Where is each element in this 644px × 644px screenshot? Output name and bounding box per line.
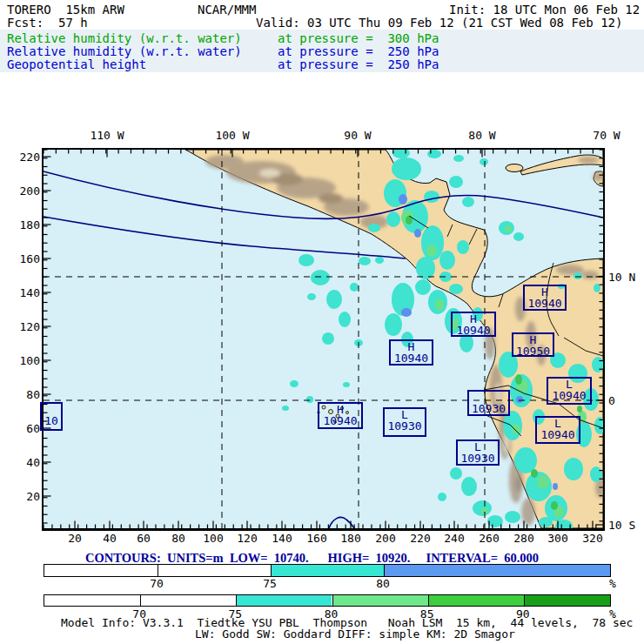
top-axis-label: 90 W <box>344 130 371 141</box>
percent-sign-rh250: % <box>609 578 616 589</box>
pressure-center-box: 10 <box>40 402 63 431</box>
pressure-center-value: 10940 <box>548 390 590 401</box>
pressure-center-box: H10940 <box>523 285 567 311</box>
pressure-center-value: 10940 <box>319 415 361 426</box>
right-axis-label: 10 N <box>608 272 635 283</box>
weather-chart-page: TORERO 15km ARW NCAR/MMM Init: 18 UTC Mo… <box>0 0 644 644</box>
colorbar-segment <box>384 565 610 576</box>
right-axis-label: 10 S <box>608 520 635 531</box>
field-level: at pressure = 250 hPa <box>278 45 439 57</box>
bottom-axis-label: 220 <box>410 533 430 544</box>
field-level: at pressure = 250 hPa <box>278 58 439 70</box>
colorbar-divider <box>271 565 272 576</box>
colorbar-divider <box>524 595 525 606</box>
bottom-axis-label: 60 <box>137 533 151 544</box>
pressure-center-value: 10940 <box>525 298 565 309</box>
pressure-center-box: H10950 <box>512 332 554 357</box>
bottom-axis-label: 280 <box>513 533 533 544</box>
jamaica-island <box>506 164 523 172</box>
bottom-axis-label: 240 <box>444 533 464 544</box>
valid-time: Valid: 03 UTC Thu 09 Feb 12 (21 CST Wed … <box>256 17 622 29</box>
top-axis-label: 70 W <box>593 130 620 141</box>
pressure-center-value: 10930 <box>469 403 508 414</box>
pressure-center-box: H10940 <box>389 339 433 366</box>
field-level: at pressure = 300 hPa <box>278 32 439 44</box>
colorbar-rh250 <box>44 564 611 577</box>
bottom-axis-label: 160 <box>306 533 326 544</box>
model-title: TORERO 15km ARW <box>7 3 124 16</box>
left-axis-label: 80 <box>9 389 40 400</box>
pressure-center-box: L10940 <box>535 416 580 444</box>
field-row: Geopotential heightat pressure = 250 hPa <box>0 58 644 71</box>
pressure-center-box: 10930 <box>467 390 510 416</box>
pressure-center-value: 10930 <box>458 453 498 464</box>
colorbar-tick-label: 70 <box>150 578 164 589</box>
colorbar-rh300 <box>44 594 611 607</box>
left-axis-label: 220 <box>9 151 40 163</box>
left-axis-label: 60 <box>9 423 40 434</box>
colorbar-segment <box>271 565 384 576</box>
pressure-center-value: 10940 <box>453 325 494 336</box>
pressure-center-value: 10930 <box>385 420 425 432</box>
colorbar-divider <box>332 595 333 606</box>
bottom-axis-label: 40 <box>103 533 117 544</box>
pressure-center-box: H10940 <box>451 312 496 337</box>
bottom-axis-label: 300 <box>547 533 567 544</box>
bottom-axis-label: 260 <box>479 533 499 544</box>
top-axis-label: 110 W <box>90 130 124 141</box>
bottom-axis-label: 80 <box>171 533 185 544</box>
bottom-axis-label: 320 <box>582 533 602 544</box>
colorbar-segment <box>524 595 610 606</box>
left-axis-label: 20 <box>9 491 40 502</box>
colorbar-divider <box>158 565 158 576</box>
colorbar-divider <box>428 595 429 606</box>
bottom-axis-label: 100 <box>203 533 223 544</box>
pressure-center-value: 10950 <box>513 345 553 357</box>
center-name: NCAR/MMM <box>198 3 256 16</box>
bottom-axis-label: 20 <box>68 533 82 544</box>
left-axis-label: 40 <box>9 457 40 468</box>
top-axis-label: 100 W <box>215 130 249 141</box>
field-label: Relative humidity (w.r.t. water) <box>7 32 242 44</box>
bottom-axis-label: 120 <box>237 533 257 544</box>
left-axis-label: 160 <box>9 253 40 265</box>
pressure-center-value: 10940 <box>391 352 432 364</box>
bottom-axis-label: 140 <box>272 533 292 544</box>
colorbar-tick-label: 75 <box>263 578 277 589</box>
colorbar-tick-label: 80 <box>376 578 390 589</box>
pressure-center-box: L10930 <box>383 407 426 437</box>
model-info-line2: LW: Godd SW: Goddard DIFF: simple KM: 2D… <box>195 628 515 640</box>
colorbar-segment <box>332 595 428 606</box>
colorbar-segment <box>428 595 524 606</box>
left-axis-label: 120 <box>9 321 40 332</box>
right-axis-label: 0 <box>608 395 615 406</box>
left-axis-label: 100 <box>9 355 40 366</box>
top-axis-label: 80 W <box>468 130 495 141</box>
field-row: Relative humidity (w.r.t. water)at press… <box>0 32 644 45</box>
pressure-center-box: H10940 <box>318 402 363 429</box>
field-row: Relative humidity (w.r.t. water)at press… <box>0 45 644 58</box>
bottom-axis-label: 180 <box>340 533 360 544</box>
field-label: Relative humidity (w.r.t. water) <box>7 45 242 57</box>
colorbar-divider <box>236 595 237 606</box>
pressure-center-value: 10 <box>42 415 61 426</box>
left-axis-label: 180 <box>9 219 40 231</box>
field-label: Geopotential height <box>7 58 146 70</box>
colorbar-segment <box>236 595 332 606</box>
pressure-center-box: L10930 <box>456 439 500 466</box>
pressure-center-value: 10940 <box>537 429 579 440</box>
init-time: Init: 18 UTC Mon 06 Feb 12 <box>449 3 640 16</box>
pressure-center-box: L10940 <box>547 377 592 405</box>
left-axis-label: 140 <box>9 287 40 299</box>
forecast-hour: Fcst: 57 h <box>7 17 88 29</box>
colorbar-divider <box>384 565 385 576</box>
left-axis-label: 200 <box>9 185 40 197</box>
bottom-axis-label: 200 <box>375 533 395 544</box>
colorbar-divider <box>140 595 141 606</box>
